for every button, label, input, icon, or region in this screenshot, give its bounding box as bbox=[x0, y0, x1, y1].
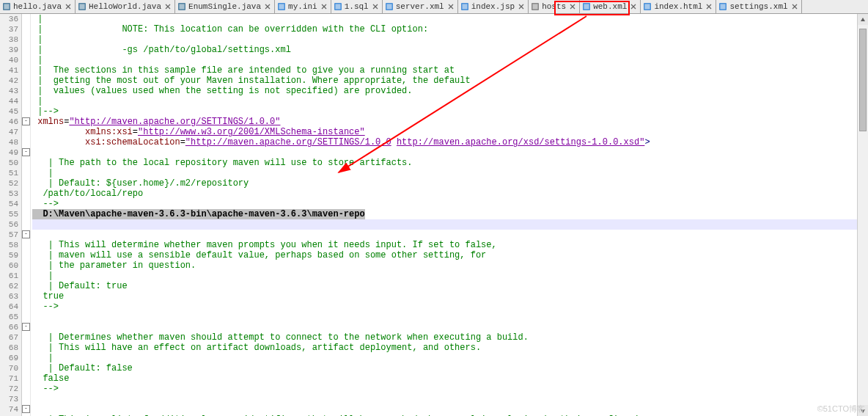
svg-rect-21 bbox=[386, 4, 391, 10]
tab-label: index.html bbox=[654, 2, 702, 11]
fold-toggle[interactable]: - bbox=[22, 117, 30, 125]
code-line[interactable]: | This will determine whether maven prom… bbox=[32, 240, 857, 250]
line-number: 45 bbox=[0, 106, 18, 117]
line-number: 73 bbox=[0, 394, 18, 404]
close-icon[interactable] bbox=[164, 3, 172, 10]
tab-index-jsp[interactable]: index.jsp bbox=[458, 0, 529, 13]
code-line[interactable]: | The path to the local repository maven… bbox=[32, 158, 857, 168]
code-line[interactable]: | getting the most out of your Maven ins… bbox=[32, 76, 857, 86]
close-icon[interactable] bbox=[791, 3, 798, 10]
file-icon bbox=[460, 2, 469, 11]
tab-web-xml[interactable]: web.xml bbox=[580, 0, 641, 13]
svg-rect-5 bbox=[80, 4, 85, 10]
fold-toggle[interactable]: - bbox=[22, 323, 30, 331]
scroll-thumb[interactable] bbox=[859, 29, 867, 131]
line-number: 46 bbox=[0, 117, 18, 127]
code-line[interactable]: | The sections in this sample file are i… bbox=[32, 65, 857, 76]
line-number: 42 bbox=[0, 76, 18, 86]
line-number: 66 bbox=[0, 322, 18, 332]
code-line[interactable]: xmlns:xsi="http://www.w3.org/2001/XMLSch… bbox=[32, 127, 857, 137]
close-icon[interactable] bbox=[65, 3, 72, 10]
close-icon[interactable] bbox=[447, 3, 455, 10]
code-line[interactable]: | Default: true bbox=[32, 281, 857, 291]
line-number: 59 bbox=[0, 250, 18, 260]
line-number: 58 bbox=[0, 240, 18, 250]
tab-label: server.xml bbox=[396, 2, 444, 11]
code-line[interactable]: | bbox=[32, 271, 857, 281]
svg-rect-29 bbox=[533, 4, 538, 10]
tab-server-xml[interactable]: server.xml bbox=[383, 0, 458, 13]
code-line[interactable] bbox=[32, 219, 857, 230]
code-line[interactable]: | bbox=[32, 353, 857, 363]
tab-HelloWorld-java[interactable]: HelloWorld.java bbox=[76, 0, 175, 13]
code-line[interactable] bbox=[32, 147, 857, 158]
code-line[interactable]: | bbox=[32, 34, 857, 45]
line-number: 38 bbox=[0, 34, 18, 45]
tab-label: index.jsp bbox=[471, 2, 515, 11]
code-line[interactable]: true bbox=[32, 291, 857, 302]
file-icon bbox=[78, 2, 87, 11]
tab-label: hosts bbox=[542, 2, 566, 11]
code-line[interactable]: --> bbox=[32, 302, 857, 312]
code-line[interactable]: --> bbox=[32, 199, 857, 209]
tab-EnumSingle-java[interactable]: EnumSingle.java bbox=[175, 0, 275, 13]
fold-toggle[interactable]: - bbox=[22, 148, 30, 156]
code-line[interactable]: | Default: ${user.home}/.m2/repository bbox=[32, 178, 857, 189]
tab-index-html[interactable]: index.html bbox=[641, 0, 716, 13]
fold-toggle[interactable]: - bbox=[22, 230, 30, 238]
line-number: 67 bbox=[0, 332, 18, 343]
code-line[interactable]: false bbox=[32, 373, 857, 384]
scroll-up-button[interactable] bbox=[858, 14, 868, 25]
tab-settings-xml[interactable]: settings.xml bbox=[716, 0, 801, 13]
code-line[interactable]: | values (values used when the setting i… bbox=[32, 86, 857, 96]
line-number: 39 bbox=[0, 45, 18, 55]
close-icon[interactable] bbox=[630, 3, 637, 10]
close-icon[interactable] bbox=[320, 3, 328, 10]
code-line[interactable]: | bbox=[32, 96, 857, 106]
file-icon bbox=[643, 2, 652, 11]
code-line[interactable]: /path/to/local/repo bbox=[32, 189, 857, 199]
tab-my-ini[interactable]: my.ini bbox=[275, 0, 331, 13]
close-icon[interactable] bbox=[518, 3, 525, 10]
code-line[interactable]: xsi:schemaLocation="http://maven.apache.… bbox=[32, 137, 857, 147]
tab-1-sql[interactable]: 1.sql bbox=[331, 0, 383, 13]
code-line[interactable]: | This will have an effect on artifact d… bbox=[32, 343, 857, 353]
fold-column: ------ bbox=[22, 14, 31, 416]
close-icon[interactable] bbox=[264, 3, 271, 10]
code-line[interactable] bbox=[32, 312, 857, 322]
close-icon[interactable] bbox=[705, 3, 713, 10]
code-line[interactable]: | Determines whether maven should attemp… bbox=[32, 332, 857, 343]
code-area[interactable]: | | NOTE: This location can be overridde… bbox=[31, 14, 857, 416]
code-line[interactable]: xmlns="http://maven.apache.org/SETTINGS/… bbox=[32, 117, 857, 127]
code-line[interactable]: | NOTE: This location can be overridden … bbox=[32, 24, 857, 34]
fold-toggle[interactable]: - bbox=[22, 405, 30, 413]
file-icon bbox=[531, 2, 540, 11]
code-line[interactable]: | bbox=[32, 14, 857, 24]
line-number: 65 bbox=[0, 312, 18, 322]
line-number: 71 bbox=[0, 373, 18, 384]
code-line[interactable]: | -gs /path/to/global/settings.xml bbox=[32, 45, 857, 55]
tab-hello-java[interactable]: hello.java bbox=[0, 0, 76, 13]
code-line[interactable]: | Default: false bbox=[32, 363, 857, 373]
code-line[interactable] bbox=[32, 404, 857, 415]
vertical-scrollbar[interactable] bbox=[857, 14, 868, 416]
close-icon[interactable] bbox=[569, 3, 576, 10]
close-icon[interactable] bbox=[372, 3, 379, 10]
file-icon bbox=[277, 2, 286, 11]
code-line[interactable] bbox=[32, 322, 857, 332]
code-line[interactable] bbox=[32, 394, 857, 404]
file-icon bbox=[334, 2, 342, 11]
code-line[interactable]: | bbox=[32, 55, 857, 65]
code-line[interactable]: | bbox=[32, 168, 857, 178]
code-line[interactable]: | the parameter in question. bbox=[32, 260, 857, 271]
watermark: ©51CTO博客 bbox=[817, 404, 865, 415]
code-line[interactable]: --> bbox=[32, 384, 857, 394]
tab-hosts[interactable]: hosts bbox=[529, 0, 580, 13]
line-number: 68 bbox=[0, 343, 18, 353]
svg-rect-41 bbox=[721, 4, 726, 10]
code-line[interactable]: D:\Maven\apache-maven-3.6.3-bin\apache-m… bbox=[32, 209, 857, 219]
editor-area: 3637383940414243444546474849505152535455… bbox=[0, 14, 868, 416]
code-line[interactable]: | maven will use a sensible default valu… bbox=[32, 250, 857, 260]
code-line[interactable]: |--> bbox=[32, 106, 857, 117]
code-line[interactable] bbox=[32, 230, 857, 240]
